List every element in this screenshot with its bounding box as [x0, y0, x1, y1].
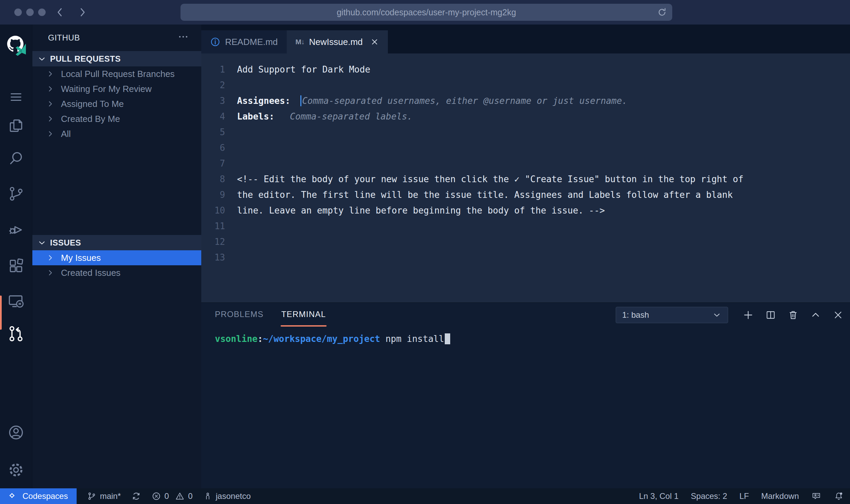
- menu-icon: [8, 89, 24, 105]
- info-icon: [210, 37, 220, 47]
- refresh-button[interactable]: [657, 7, 667, 18]
- editor-line: 1Add Support for Dark Mode: [201, 62, 850, 77]
- terminal-shell-select[interactable]: 1: bash: [616, 307, 728, 323]
- settings-button[interactable]: [0, 461, 32, 479]
- source-control-icon: [7, 185, 25, 202]
- editor-line: 3Assignees: Comma-separated usernames, e…: [201, 93, 850, 109]
- tree-item-assigned-to-me[interactable]: Assigned To Me: [32, 96, 201, 111]
- sidebar-item-source-control[interactable]: [0, 185, 32, 202]
- vscode-workbench: GITHUB PULL REQUESTS Local Pull Request …: [0, 25, 850, 488]
- feedback-icon: [811, 491, 821, 501]
- address-bar[interactable]: github.com/codespaces/user-my-project-mg…: [180, 4, 672, 21]
- sidebar-item-remote-explorer[interactable]: [0, 292, 32, 310]
- split-panel-icon: [765, 309, 776, 321]
- warning-count: 0: [188, 491, 192, 501]
- labels-label: Labels:: [237, 111, 280, 122]
- sidebar-more-actions-button[interactable]: [177, 31, 189, 45]
- feedback-button[interactable]: [811, 491, 821, 501]
- problems-status[interactable]: 0 0: [152, 491, 193, 501]
- remote-icon: [7, 491, 18, 501]
- comment-text: the editor. The first line will be the i…: [237, 187, 733, 203]
- indentation-status[interactable]: Spaces: 2: [691, 491, 727, 501]
- remote-label: Codespaces: [22, 491, 68, 501]
- close-icon: [832, 309, 844, 321]
- account-icon: [7, 424, 25, 441]
- text-editor[interactable]: 1Add Support for Dark Mode 2 3Assignees:…: [201, 53, 850, 302]
- tree-item-my-issues[interactable]: My Issues: [32, 250, 201, 265]
- tab-label: README.md: [225, 37, 278, 47]
- branch-status[interactable]: main*: [87, 491, 121, 501]
- editor-line: 8<!-- Edit the body of your new issue th…: [201, 171, 850, 187]
- browser-chrome: github.com/codespaces/user-my-project-mg…: [0, 0, 850, 25]
- editor-line: 13: [201, 250, 850, 265]
- tree-item-all[interactable]: All: [32, 126, 201, 141]
- editor-line: 5: [201, 124, 850, 140]
- tab-newissue-md[interactable]: M↓ NewIssue.md: [287, 30, 388, 53]
- sidebar-item-github-pull-requests[interactable]: [0, 325, 32, 343]
- eol-status[interactable]: LF: [739, 491, 749, 501]
- pull-requests-tree: Local Pull Request Branches Waiting For …: [32, 66, 201, 141]
- sync-status[interactable]: [131, 491, 141, 501]
- editor-line: 11: [201, 218, 850, 234]
- section-header-issues[interactable]: ISSUES: [32, 235, 201, 250]
- chevron-right-icon: [46, 114, 55, 123]
- notifications-button[interactable]: [834, 491, 844, 501]
- browser-back-button[interactable]: [54, 6, 66, 18]
- panel-tab-problems[interactable]: PROBLEMS: [215, 310, 264, 320]
- git-branch-icon: [87, 491, 96, 501]
- language-mode-status[interactable]: Markdown: [761, 491, 799, 501]
- sidebar-item-run-debug[interactable]: [0, 221, 32, 238]
- chevron-down-icon: [37, 54, 47, 64]
- window-minimize-button[interactable]: [26, 9, 34, 16]
- chevron-down-icon: [712, 310, 722, 320]
- issue-title-text: Add Support for Dark Mode: [237, 62, 370, 77]
- warning-icon: [175, 491, 185, 501]
- editor-cursor: [300, 95, 301, 106]
- terminal-output[interactable]: vsonline:~/workspace/my_project npm inst…: [215, 332, 843, 346]
- editor-group: README.md M↓ NewIssue.md 1Add Support fo…: [201, 25, 850, 488]
- chevron-right-icon: [76, 6, 89, 18]
- trash-icon: [787, 309, 799, 321]
- tree-item-local-pull-request-branches[interactable]: Local Pull Request Branches: [32, 66, 201, 81]
- editor-line: 7: [201, 156, 850, 171]
- remote-indicator[interactable]: Codespaces: [0, 488, 77, 504]
- panel-tab-terminal[interactable]: TERMINAL: [281, 310, 326, 320]
- sidebar-title: GITHUB: [48, 33, 80, 43]
- account-button[interactable]: [0, 424, 32, 441]
- sidebar-item-explorer[interactable]: [0, 117, 32, 134]
- section-header-pull-requests[interactable]: PULL REQUESTS: [32, 51, 201, 66]
- editor-line: 2: [201, 77, 850, 93]
- github-user-status[interactable]: jasonetco: [203, 491, 251, 501]
- window-zoom-button[interactable]: [38, 9, 46, 16]
- maximize-panel-button[interactable]: [810, 309, 821, 321]
- refresh-icon: [657, 7, 667, 18]
- tree-item-created-issues[interactable]: Created Issues: [32, 265, 201, 280]
- kill-terminal-button[interactable]: [787, 309, 799, 321]
- bell-icon: [834, 491, 844, 501]
- assignees-placeholder: Comma-separated usernames, either @usern…: [302, 96, 627, 106]
- tree-item-created-by-me[interactable]: Created By Me: [32, 111, 201, 126]
- sidebar-item-search[interactable]: [0, 150, 32, 167]
- chevron-up-icon: [810, 309, 821, 321]
- window-close-button[interactable]: [14, 9, 22, 16]
- tree-item-waiting-for-my-review[interactable]: Waiting For My Review: [32, 81, 201, 96]
- browser-forward-button[interactable]: [76, 6, 89, 18]
- cursor-position-status[interactable]: Ln 3, Col 1: [639, 491, 678, 501]
- chevron-right-icon: [46, 253, 55, 262]
- close-panel-button[interactable]: [832, 309, 844, 321]
- new-terminal-button[interactable]: [742, 309, 754, 321]
- pull-request-icon: [7, 325, 25, 343]
- terminal-cursor: [445, 333, 450, 344]
- terminal-command: npm install: [380, 334, 444, 344]
- sidebar-github-panel: GITHUB PULL REQUESTS Local Pull Request …: [32, 25, 201, 488]
- menu-button[interactable]: [0, 89, 32, 105]
- more-actions-icon: [177, 31, 189, 43]
- sidebar-item-extensions[interactable]: [0, 257, 32, 274]
- chevron-right-icon: [46, 84, 55, 93]
- chevron-left-icon: [54, 6, 66, 18]
- tab-readme-md[interactable]: README.md: [201, 30, 287, 53]
- editor-line: 10line. Leave an empty line before begin…: [201, 203, 850, 218]
- terminal-path: ~/workspace/my_project: [263, 334, 380, 344]
- split-terminal-button[interactable]: [765, 309, 776, 321]
- tab-close-button[interactable]: [370, 37, 379, 46]
